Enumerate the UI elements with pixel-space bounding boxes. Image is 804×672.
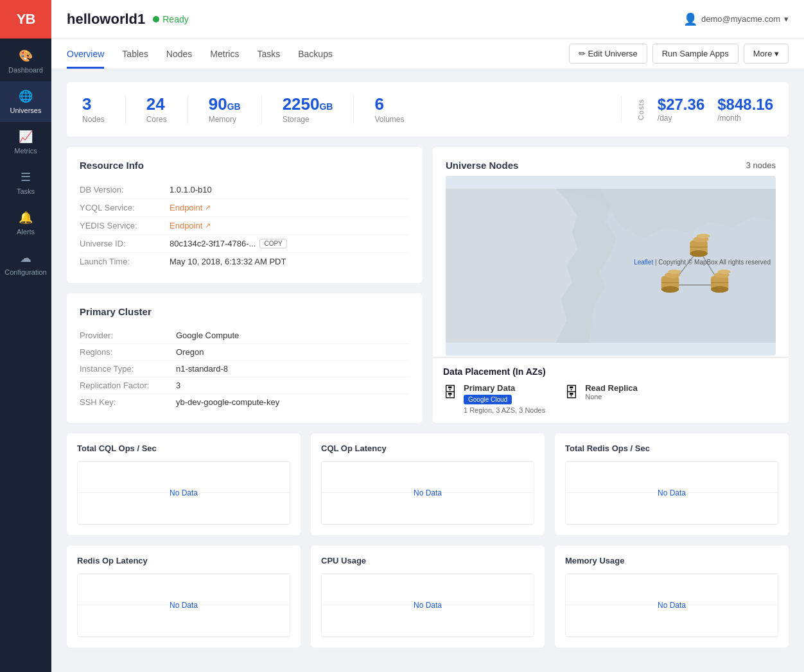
page-content: 3 Nodes 24 Cores 90GB Memory 2250GB Stor… [51, 69, 804, 672]
replication-value: 3 [176, 381, 180, 390]
db-version-label: DB Version: [80, 185, 170, 194]
ssh-value: yb-dev-google-compute-key [176, 397, 279, 407]
monthly-value: $848.16 [717, 96, 773, 114]
replica-data-info: Read Replica None [585, 383, 638, 401]
ssh-row: SSH Key: yb-dev-google-compute-key [80, 394, 410, 410]
nodes-count: 3 nodes [746, 160, 776, 170]
db-node-bl-bottom [661, 286, 679, 292]
tasks-icon: ☰ [21, 170, 31, 184]
run-sample-apps-button[interactable]: Run Sample Apps [652, 44, 738, 64]
db-version-row: DB Version: 1.0.1.0-b10 [80, 181, 410, 199]
nav-tabs-bar: Overview Tables Nodes Metrics Tasks Back… [51, 39, 804, 69]
provider-value: Google Compute [176, 331, 239, 340]
leaflet-link[interactable]: Leaflet [634, 259, 653, 266]
map-area: Leaflet | Copyright © MapBox All rights … [446, 176, 776, 356]
header-left: helloworld1 Ready [67, 11, 189, 28]
grid-line [78, 524, 290, 524]
memory-usage-title: Memory Usage [565, 556, 778, 565]
costs-label: Costs [637, 99, 645, 120]
volumes-label: Volumes [374, 115, 404, 124]
stat-memory: 90GB Memory [209, 95, 262, 124]
sidebar-item-label: Metrics [14, 147, 37, 155]
grid-line [78, 461, 290, 462]
universe-nodes-panel: Universe Nodes 3 nodes [433, 147, 789, 423]
replication-row: Replication Factor: 3 [80, 377, 410, 394]
primary-cluster-title: Primary Cluster [80, 306, 410, 317]
copy-button[interactable]: COPY [259, 239, 286, 248]
yedis-endpoint-link[interactable]: Endpoint ↗ [170, 221, 211, 230]
tab-tasks[interactable]: Tasks [257, 40, 280, 69]
regions-row: Regions: Oregon [80, 344, 410, 361]
user-email: demo@myacme.com [701, 14, 780, 24]
provider-label: Provider: [80, 331, 176, 340]
primary-data-item: 🗄 Primary Data Google Cloud 1 Region, 3 … [443, 383, 545, 414]
grid-line [78, 636, 290, 637]
universes-icon: 🌐 [19, 89, 33, 103]
no-data-label: No Data [170, 488, 198, 497]
page-header: helloworld1 Ready 👤 demo@myacme.com ▾ [51, 0, 804, 39]
configuration-icon: ☁ [20, 251, 31, 265]
metric-redis-latency: Redis Op Latency No Data [67, 546, 301, 648]
memory-unit: GB [227, 101, 241, 112]
cql-ops-title: Total CQL Ops / Sec [77, 444, 290, 453]
info-nodes-row: Resource Info DB Version: 1.0.1.0-b10 YC… [67, 147, 789, 423]
tab-metrics[interactable]: Metrics [210, 40, 239, 69]
alerts-icon: 🔔 [19, 211, 33, 225]
metric-cql-latency: CQL Op Latency No Data [311, 433, 545, 535]
ycql-value: Endpoint [170, 203, 202, 212]
grid-line [322, 524, 534, 524]
monthly-period: /month [717, 114, 773, 123]
redis-latency-title: Redis Op Latency [77, 556, 290, 565]
grid-line [322, 636, 534, 637]
metric-cpu-usage: CPU Usage No Data [311, 546, 545, 648]
user-menu[interactable]: 👤 demo@myacme.com ▾ [683, 12, 789, 26]
tab-tables[interactable]: Tables [122, 40, 148, 69]
tab-nodes[interactable]: Nodes [166, 40, 192, 69]
launch-time-value: May 10, 2018, 6:13:32 AM PDT [170, 257, 286, 266]
sidebar-item-metrics[interactable]: 📈 Metrics [0, 122, 51, 162]
grid-line [78, 574, 290, 574]
sidebar-item-label: Alerts [17, 228, 35, 236]
db-version-value: 1.0.1.0-b10 [170, 185, 212, 194]
sidebar-item-universes[interactable]: 🌐 Universes [0, 82, 51, 122]
external-link-icon: ↗ [205, 203, 211, 212]
stat-cores: 24 Cores [146, 95, 188, 124]
cores-label: Cores [146, 115, 167, 124]
primary-cluster-panel: Primary Cluster Provider: Google Compute… [67, 293, 423, 423]
ycql-endpoint-link[interactable]: Endpoint ↗ [170, 203, 211, 212]
edit-universe-button[interactable]: ✏ Edit Universe [569, 44, 647, 64]
cql-latency-title: CQL Op Latency [321, 444, 534, 453]
universe-id-label: Universe ID: [80, 239, 170, 248]
storage-value: 2250 [283, 95, 320, 114]
no-data-label: No Data [414, 601, 442, 610]
stats-row: 3 Nodes 24 Cores 90GB Memory 2250GB Stor… [67, 82, 789, 137]
sidebar-item-label: Configuration [4, 268, 46, 276]
tab-backups[interactable]: Backups [298, 40, 333, 69]
db-node-br-stack2 [717, 270, 731, 274]
cpu-usage-title: CPU Usage [321, 556, 534, 565]
metrics-grid-row2: Redis Op Latency No Data CPU Usage [67, 546, 789, 648]
costs-section: Costs $27.36 /day $848.16 /month [621, 96, 773, 123]
logo-text: YB [17, 11, 35, 28]
stat-volumes: 6 Volumes [374, 95, 424, 124]
replica-data-item: 🗄 Read Replica None [564, 383, 638, 414]
grid-line [566, 524, 778, 524]
metric-redis-ops: Total Redis Ops / Sec No Data [555, 433, 789, 535]
data-placement-row: 🗄 Primary Data Google Cloud 1 Region, 3 … [443, 383, 778, 414]
more-button[interactable]: More ▾ [744, 44, 789, 64]
sidebar-item-alerts[interactable]: 🔔 Alerts [0, 203, 51, 243]
grid-line [566, 574, 778, 574]
sidebar-item-dashboard[interactable]: 🎨 Dashboard [0, 41, 51, 82]
primary-data-badge: Google Cloud [464, 395, 512, 404]
replica-data-sub: None [585, 393, 638, 401]
sidebar-item-configuration[interactable]: ☁ Configuration [0, 243, 51, 284]
instance-value: n1-standard-8 [176, 364, 228, 374]
user-icon: 👤 [683, 12, 697, 26]
sidebar-item-tasks[interactable]: ☰ Tasks [0, 162, 51, 203]
map-copyright: | Copyright © MapBox All rights reserved [655, 259, 771, 266]
storage-label: Storage [283, 115, 333, 124]
tab-overview[interactable]: Overview [67, 40, 104, 69]
metric-cql-ops: Total CQL Ops / Sec No Data [67, 433, 301, 535]
metrics-grid-row1: Total CQL Ops / Sec No Data CQL Op Laten… [67, 433, 789, 535]
nav-actions: ✏ Edit Universe Run Sample Apps More ▾ [569, 39, 789, 69]
